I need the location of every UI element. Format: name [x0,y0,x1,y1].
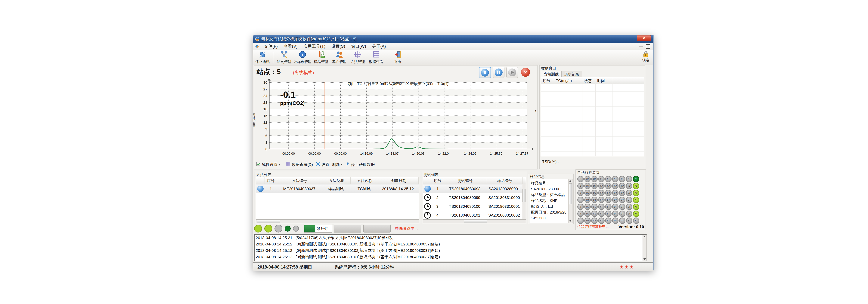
vial-D4[interactable]: D4 [612,197,619,203]
play-button[interactable] [506,67,518,78]
scroll-down-icon[interactable] [569,220,572,222]
vial-H2[interactable]: H2 [584,183,591,189]
vial-E4[interactable]: E4 [605,197,612,203]
vial-I6[interactable]: I6 [577,210,584,217]
column-header[interactable]: 序号 [265,177,277,184]
toolbar-button-退出[interactable]: 退出 [389,50,407,64]
vial-E2[interactable]: E2 [605,183,612,189]
menu-item-2[interactable]: 实用工具(T) [301,43,328,50]
column-header[interactable]: 创建日期 [379,177,418,184]
title-bar[interactable]: 泰林总有机碳分析系统软件[zt(.by.h)郑州] - [站点：5] × [253,35,653,43]
results-column-header[interactable]: TC(mg/L) [554,77,582,84]
vial-I4[interactable]: I4 [577,197,584,203]
vial-C5[interactable]: C5 [619,204,625,210]
vial-C4[interactable]: C4 [619,197,625,203]
vial-A4[interactable]: A4 [633,197,639,203]
vial-G7[interactable]: G7 [591,217,598,224]
tab-当前测试[interactable]: 当前测试 [541,71,561,78]
vial-F2[interactable]: F2 [598,183,604,189]
test-table-vscrollbar[interactable] [522,184,526,219]
vial-I1[interactable]: I1 [577,176,584,182]
collapse-panel-button[interactable]: ‹ [534,107,537,114]
test-table-hscrollbar[interactable] [423,219,526,223]
vial-E1[interactable]: E1 [605,176,612,182]
vial-H4[interactable]: H4 [584,197,591,203]
toolbar-button-站点管理[interactable]: 站点管理 [275,50,293,64]
vial-A6[interactable]: A6 [633,210,639,217]
test-table[interactable]: 序号测试编号样品编号 1TS201804080098SA201803280001… [423,177,526,219]
tab-历史记录[interactable]: 历史记录 [561,71,582,78]
column-header[interactable]: 序号 [432,177,443,184]
vial-G5[interactable]: G5 [591,204,598,210]
vial-B6[interactable]: B6 [626,210,632,217]
vial-I7[interactable]: I7 [577,217,584,224]
vial-B3[interactable]: B3 [626,190,632,196]
chevron-down-icon[interactable]: ▾ [341,163,342,166]
vial-B2[interactable]: B2 [626,183,632,189]
chart-toolbar-0[interactable]: 线性设置▾ [256,162,280,167]
menu-item-1[interactable]: 查看(V) [281,43,301,50]
column-header[interactable]: 测试编号 [443,177,487,184]
pause-button[interactable] [493,67,504,78]
vial-H5[interactable]: H5 [584,204,591,210]
vial-I3[interactable]: I3 [577,190,584,196]
column-header[interactable]: 方法编号 [277,177,322,184]
log-scrollbar[interactable] [643,235,647,261]
vial-A7[interactable]: A7 [633,217,639,224]
vial-A1[interactable]: A1 [633,176,639,182]
vial-G6[interactable]: G6 [591,210,598,217]
method-table[interactable]: 序号方法编号方法类型方法名称创建日期1ME201804080037样品测试TC测… [256,177,419,219]
vial-B5[interactable]: B5 [626,204,632,210]
toolbar-button-客户管理[interactable]: 客户管理 [330,50,348,64]
vial-D3[interactable]: D3 [612,190,619,196]
toolbar-button-方法管理[interactable]: 方法管理 [348,50,367,64]
vial-I2[interactable]: I2 [577,183,584,189]
table-row[interactable]: 3TS201804080100SA201803310001 [423,202,526,211]
toolbar-button-停止通讯[interactable]: 停止通讯 [253,50,272,64]
vial-C3[interactable]: C3 [619,190,625,196]
vial-F3[interactable]: F3 [598,190,604,196]
vial-D6[interactable]: D6 [612,210,619,217]
scroll-down-icon[interactable] [643,258,646,260]
vial-F5[interactable]: F5 [598,204,604,210]
lock-button[interactable]: 锁定 [642,50,650,63]
vial-F7[interactable]: F7 [598,217,604,224]
vial-E3[interactable]: E3 [605,190,612,196]
column-header[interactable]: 样品编号 [487,177,523,184]
vial-D7[interactable]: D7 [612,217,619,224]
results-column-header[interactable]: 序号 [541,77,554,84]
scroll-up-icon[interactable] [569,180,572,182]
vial-C7[interactable]: C7 [619,217,625,224]
table-row[interactable]: 1TS201804080098SA201803280001 [423,184,526,193]
chart-toolbar-1[interactable]: 数据查看(D) [286,162,313,167]
vial-C1[interactable]: C1 [619,176,625,182]
vial-E5[interactable]: E5 [605,204,612,210]
vial-A3[interactable]: A3 [633,190,639,196]
event-log[interactable]: 2018-04-08 14:25:21 : [5/02411706]方法操作 方… [254,234,647,261]
vial-A2[interactable]: A2 [633,183,639,189]
column-header[interactable]: 方法类型 [322,177,350,184]
vial-G2[interactable]: G2 [591,183,598,189]
sample-info-scrollbar[interactable] [568,179,572,223]
vial-D2[interactable]: D2 [612,183,619,189]
toolbar-button-取样点管理[interactable]: i取样点管理 [293,50,312,64]
results-column-header[interactable]: 状态 [582,77,595,84]
scroll-up-icon[interactable] [643,236,646,237]
vial-E7[interactable]: E7 [605,217,612,224]
chart-toolbar-4[interactable]: 停止获取数据 [345,162,375,167]
column-header[interactable]: 方法名称 [350,177,379,184]
vial-E6[interactable]: E6 [605,210,612,217]
results-column-header[interactable]: 时间 [595,77,612,84]
results-table-body[interactable] [541,84,644,156]
vial-C2[interactable]: C2 [619,183,625,189]
vial-B7[interactable]: B7 [626,217,632,224]
vial-G1[interactable]: G1 [591,176,598,182]
stop-button[interactable] [479,67,491,78]
vial-B4[interactable]: B4 [626,197,632,203]
table-row[interactable]: 2TS201804080099SA201803310000 [423,193,526,202]
abort-button[interactable]: × [520,67,531,77]
mdi-restore-button[interactable] [646,44,650,48]
vial-H3[interactable]: H3 [584,190,591,196]
mdi-minimize-button[interactable]: — [639,44,643,48]
vial-B1[interactable]: B1 [626,176,632,182]
